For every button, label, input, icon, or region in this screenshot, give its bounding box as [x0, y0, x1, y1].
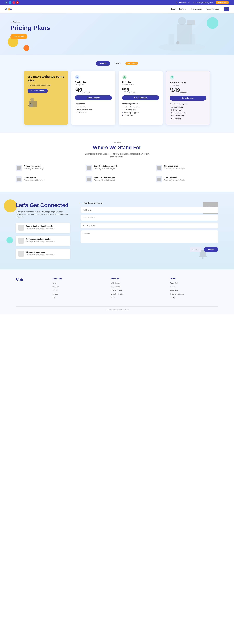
pro-feature-2: › Live chat feature [122, 109, 159, 111]
hero-card-subtitle: Let's launch your website today [28, 84, 64, 86]
business-plan-cta[interactable]: Get an Estimate [170, 96, 206, 100]
footer-service-seo[interactable]: SEO [111, 296, 160, 299]
nav-home[interactable]: Home [170, 8, 175, 10]
footer-link-blog[interactable]: Blog [52, 296, 100, 299]
pricing-toggle: Monthly Yearly save 2 months [10, 61, 224, 66]
pro-feature-3: › 2 monthly blog posts [122, 112, 159, 114]
hero-illustration [156, 16, 208, 52]
contact-right: Send us a message 13 + 9 = Submit [80, 202, 218, 259]
footer-service-ecommerce[interactable]: eCommerce [111, 286, 160, 288]
value-desc-4: Fusce sagittis et nisl in feugiat [94, 179, 115, 181]
phone-input[interactable] [80, 222, 218, 228]
full-name-input[interactable] [80, 207, 218, 213]
svg-rect-4 [190, 34, 195, 44]
value-title-0: We are committed [24, 165, 44, 167]
business-feature-1: › Custom design [170, 106, 206, 108]
expertise-icon [87, 166, 91, 170]
nav-links: Home Pages ▾ Hero headers ▾ Header & men… [170, 7, 229, 12]
toggle-yearly[interactable]: Yearly [112, 61, 124, 66]
client-icon [157, 166, 161, 170]
footer-service-webdesign[interactable]: Web design [111, 282, 160, 284]
value-icon-box-4 [86, 176, 92, 182]
footer-about-kali[interactable]: About Kali [170, 282, 218, 284]
deco-circle-teal [207, 17, 218, 29]
twitter-icon[interactable]: t [9, 1, 12, 4]
phone-number: 📞 +815.555.5555 [176, 2, 190, 4]
check-icon: › [75, 109, 76, 111]
svg-point-2 [178, 17, 186, 25]
footer-link-home[interactable]: Home [52, 282, 100, 284]
email-input[interactable] [80, 215, 218, 221]
hamburger-menu[interactable] [224, 7, 229, 12]
footer-quick-links-title: Quick links [52, 277, 100, 280]
business-feature-5: › Call tracking [170, 118, 206, 120]
nav-header-menu[interactable]: Header & menu ▾ [206, 8, 220, 10]
values-desc: Lorem ipsum dolor sit amet, consectetur … [84, 152, 150, 158]
footer-link-services[interactable]: Services [52, 289, 100, 292]
pro-plan-price: $99/per month [122, 87, 159, 93]
footer-about-terms[interactable]: Terms & conditions [170, 293, 218, 295]
hero-card-title: We make websites come alive [28, 75, 64, 82]
contact-section: 200 x 191 format: jpg/png Let's Get Conn… [0, 192, 234, 270]
hero-content: Packages Pricing Plans Get Started [10, 21, 62, 39]
chevron-down-icon: ▾ [185, 8, 186, 10]
hamburger-line [225, 10, 228, 10]
basic-feature-1: › Lead website [75, 106, 112, 108]
footer-service-advertisement[interactable]: Advertisement [111, 289, 160, 292]
digital-experts-icon [18, 225, 24, 231]
footer-about: About About Kali Careers Innovation Term… [170, 277, 218, 300]
business-plan-for: For agencies [170, 84, 206, 86]
instagram-icon[interactable]: i [12, 1, 15, 4]
value-desc-2: Fusce sagittis et nisl in feugiat [164, 168, 185, 170]
check-icon: › [122, 106, 123, 108]
pro-plan-cta[interactable]: Get an Estimate [122, 95, 159, 100]
pro-plan-card: Pro plan For professionals $99/per month… [118, 71, 163, 125]
submit-button[interactable]: Submit [204, 247, 218, 252]
value-desc-3: Fusce sagittis et nisl in feugiat [24, 179, 44, 181]
value-title-1: Expertise & Experienced [94, 165, 117, 167]
contact-feature-list: Team of the best digital experts Sed fri… [16, 223, 70, 259]
hero-title: Pricing Plans [10, 24, 62, 31]
value-icon-box-0 [16, 165, 22, 171]
top-get-started-button[interactable]: Get started [216, 1, 229, 4]
hamburger-line [225, 8, 228, 8]
nav-hero-headers[interactable]: Hero headers ▾ [190, 8, 202, 10]
best-results-icon [18, 238, 24, 244]
logo[interactable]: Kali [5, 7, 12, 11]
copyright: Designed by MarthanAndreen.com [105, 309, 129, 310]
hero-card-cta[interactable]: Get Started Today [28, 88, 48, 93]
contact-deco-yellow [4, 199, 17, 212]
hero-pricing-card: We make websites come alive Let's launch… [24, 71, 68, 125]
value-icon-box-1 [86, 165, 92, 171]
facebook-icon[interactable]: f [5, 1, 8, 4]
value-title-5: Goal oriented [164, 176, 185, 178]
footer-link-about[interactable]: About us [52, 286, 100, 288]
footer-services: Services Web design eCommerce Advertisem… [111, 277, 160, 300]
message-input[interactable] [80, 230, 218, 243]
captcha: 13 + 9 = [190, 247, 201, 252]
footer-logo[interactable]: Kali [16, 277, 42, 282]
top-bar-right: 📞 +815.555.5555 ✉ info@mycompany.com Get… [176, 1, 229, 4]
footer-about-innovation[interactable]: Innovation [170, 289, 218, 292]
check-icon: › [170, 109, 170, 111]
value-icon-box-3 [16, 176, 22, 182]
footer-about-careers[interactable]: Careers [170, 286, 218, 288]
pricing-section: Monthly Yearly save 2 months We make web… [0, 55, 234, 133]
footer-service-digitalmarketing[interactable]: Digital marketing [111, 293, 160, 295]
footer-top: Kali Quick links Home About us Services … [16, 277, 218, 300]
hero-card-illustration [28, 97, 40, 109]
footer-about-privacy[interactable]: Privacy [170, 296, 218, 299]
business-plan-icon [170, 75, 174, 80]
chevron-down-icon: ▾ [219, 8, 220, 10]
nav-pages[interactable]: Pages ▾ [179, 8, 186, 10]
youtube-icon[interactable]: ▶ [16, 1, 19, 4]
hero-cta-button[interactable]: Get Started [10, 34, 28, 39]
toggle-monthly[interactable]: Monthly [96, 61, 110, 66]
pro-feature-1: › SEO for top keywords [122, 106, 159, 108]
basic-plan-cta[interactable]: Get an Estimate [75, 95, 112, 100]
footer-link-projects[interactable]: Projects [52, 293, 100, 295]
value-item-2: Client centered Fusce sagittis et nisl i… [156, 165, 218, 171]
value-icon-box-2 [156, 165, 162, 171]
check-icon: › [122, 112, 123, 114]
check-icon: › [122, 114, 123, 116]
